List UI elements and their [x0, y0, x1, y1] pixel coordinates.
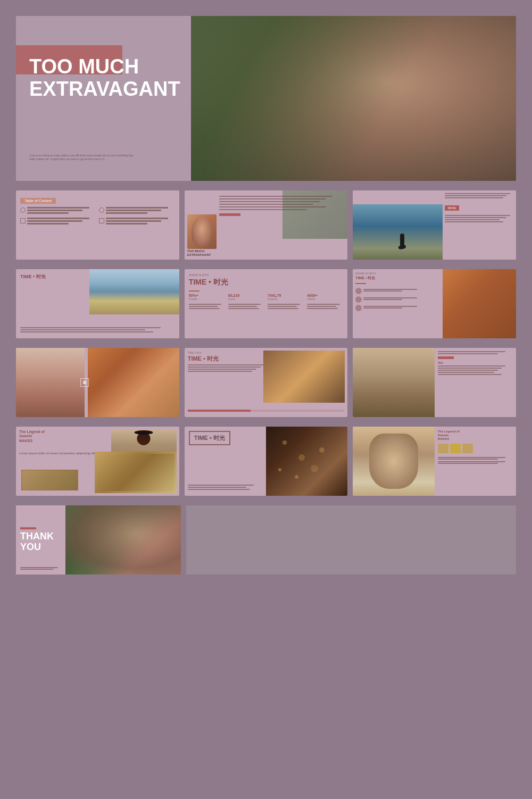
tattoo-content: The Legend of Sweets MAKES — [435, 427, 516, 496]
hero-text-area: TOO MUCH EXTRAVAGANT Love is as strong a… — [16, 16, 216, 181]
photo-collage — [263, 351, 345, 403]
text-line — [363, 290, 402, 292]
time-frame-body — [188, 485, 261, 492]
small-box-3 — [462, 444, 473, 453]
slide-woman-hat: TAG — [353, 348, 516, 417]
text-line — [188, 364, 265, 365]
text-line — [20, 329, 145, 330]
toc-item-4 — [99, 218, 175, 226]
stat-growth: 50%+ Growth — [189, 294, 225, 301]
slide-time-stats: SHARE IN WITH TIME • 时光 50%+ Growth 80,2… — [185, 269, 348, 338]
slides-row-1: Table of Content — [16, 190, 516, 260]
text-line — [438, 457, 505, 458]
text-line — [189, 308, 220, 309]
toc-line — [106, 210, 161, 211]
text-line — [188, 487, 246, 488]
thankyou-accent — [20, 527, 36, 529]
text-line — [307, 306, 336, 307]
text-line — [445, 217, 506, 218]
text-line — [438, 368, 502, 369]
separator — [355, 283, 366, 284]
text-line — [188, 369, 257, 370]
stat-label: Growth — [189, 297, 225, 301]
woman-hat-image — [353, 348, 434, 417]
description-items — [438, 457, 513, 464]
text-line — [219, 198, 326, 199]
bottom-content — [20, 327, 177, 334]
hero-image — [191, 16, 516, 181]
text-line — [363, 306, 417, 307]
text-line — [438, 365, 505, 367]
stat-projects: 7041,79 Projects — [268, 294, 304, 301]
text-line — [228, 308, 259, 309]
toc-icon-3 — [20, 218, 26, 223]
stat-number: 7041,79 — [268, 294, 304, 297]
stat-number: 80,219 — [228, 294, 264, 297]
hero-slide: TOO MUCH EXTRAVAGANT Love is as strong a… — [16, 16, 516, 181]
text-line — [219, 204, 314, 205]
time-photo-body — [188, 364, 274, 372]
text-line — [438, 463, 498, 464]
text-line — [307, 304, 339, 305]
slides-row-2: TIME • 时光 SHARE IN WITH TIME • 时光 50%+ G… — [16, 269, 516, 338]
slide-vintage: The Legend of Sweets MAKES Lorem ipsum d… — [16, 427, 179, 496]
desc-item-1 — [438, 457, 513, 460]
progress-bar-fill — [188, 410, 251, 412]
landscape-bg — [353, 204, 443, 260]
text-line — [438, 372, 494, 373]
stat-users: 80,219 Users — [228, 294, 264, 301]
thankyou-text-area: THANK YOU — [20, 527, 54, 553]
vintage-subphoto — [21, 470, 78, 490]
text-line — [307, 308, 338, 309]
stat-label: Clients — [307, 297, 343, 301]
slide-toc: Table of Content — [16, 190, 179, 260]
text-line — [445, 221, 503, 222]
toc-header: Table of Content — [20, 198, 56, 204]
toc-line — [106, 223, 147, 224]
text-line — [188, 485, 254, 486]
page-wrapper: TOO MUCH EXTRAVAGANT Love is as strong a… — [0, 0, 532, 590]
tattoo-title: The Legend of Sweets MAKES — [438, 430, 513, 442]
team-member-1 — [355, 288, 440, 294]
thankyou-bg — [65, 505, 181, 575]
text-line — [363, 289, 417, 290]
stats-detail — [189, 304, 344, 311]
team-title: TIME • 时光 — [355, 276, 375, 281]
text-line — [219, 196, 332, 197]
silhouette-content: MORE — [445, 193, 513, 224]
team-member-2 — [355, 296, 440, 303]
tag-label: TAG — [438, 361, 513, 364]
time-main-title: TIME • 时光 — [189, 278, 344, 287]
text-line — [438, 374, 502, 375]
text-line — [438, 351, 505, 352]
toc-line — [106, 220, 161, 222]
toc-icon-1 — [20, 207, 26, 213]
text-line — [219, 209, 307, 210]
text-line — [363, 307, 402, 309]
text-line — [268, 306, 297, 307]
text-line — [188, 371, 253, 372]
toc-line — [27, 223, 69, 224]
time-frame-box: TIME • 时光 — [189, 431, 230, 445]
vintage-photo — [95, 452, 176, 493]
toc-line — [106, 207, 168, 209]
slide-label: TOO MUCH EXTRAVAGANT — [187, 249, 211, 257]
toc-line — [106, 212, 147, 214]
desc-item-2 — [438, 461, 513, 464]
text-line — [445, 215, 510, 216]
text-line — [438, 461, 505, 462]
slide-team: SHARE IN WITH TIME • 时光 — [353, 269, 516, 338]
hero-subtitle: Love is as strong as many waters, you wi… — [29, 154, 136, 161]
text-line — [188, 489, 250, 490]
toc-items — [20, 207, 175, 226]
progress-bar-container — [188, 410, 345, 412]
text-line — [228, 304, 261, 305]
empty-area — [186, 505, 516, 575]
text-line — [445, 195, 506, 196]
slide-time-photo: TIME • 时光 TIME • 时光 — [185, 348, 348, 417]
toc-icon-4 — [99, 218, 104, 223]
more-button[interactable]: MORE — [445, 205, 459, 211]
silhouette-figure — [398, 234, 406, 249]
text-line — [219, 201, 320, 202]
text-line — [268, 308, 298, 309]
